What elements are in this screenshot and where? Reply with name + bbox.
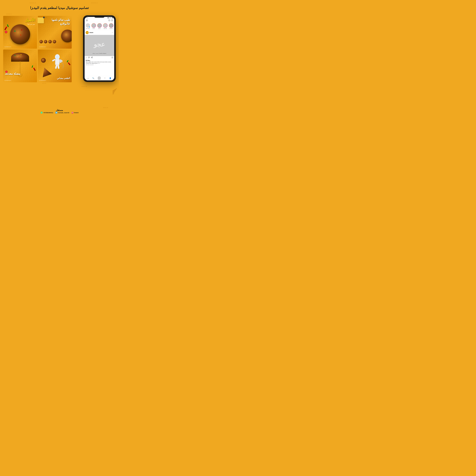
story-item-your-story[interactable]: + Your Story [85, 23, 90, 29]
story-item-sitamet[interactable]: Sit Amet [109, 23, 114, 29]
story-item-dolor[interactable]: Dolor Sit [103, 23, 108, 29]
svg-text:عجو: عجو [93, 41, 105, 48]
mustaqil-text: مستقل [56, 109, 63, 111]
post-4-title: الطعم مضاني [57, 77, 70, 80]
signal-icon: ▌▌▌ [108, 17, 109, 18]
phone-mockup: 04:29 ▌▌▌ WiFi ▐▌ + [83, 15, 116, 82]
instagram-header: + [85, 18, 114, 22]
post-header: 5H 5hdm5 ··· [85, 30, 114, 35]
whatsapp-number: +972592464012 [43, 112, 53, 114]
svg-rect-14 [57, 64, 60, 69]
caption-username: User_name [86, 61, 91, 63]
astronaut-svg [51, 51, 64, 71]
page-title: تصاميم سوشيال ميديا لمطعم يقدم البيتـزا [22, 6, 97, 10]
post-1-title: الأصيل [25, 18, 35, 22]
story-item-lorem[interactable]: Lorem [91, 23, 96, 29]
post-1-sub: يمن من عنـا [28, 23, 35, 25]
status-time: 04:29 [86, 17, 88, 18]
caption-more[interactable]: more... [98, 63, 101, 64]
your-story-label: Your Story [86, 28, 90, 29]
story-dolor-label: Dolor Sit [104, 28, 107, 29]
share-icon[interactable] [91, 57, 93, 59]
bookmark-icon[interactable] [111, 57, 113, 59]
phone-screen: 04:29 ▌▌▌ WiFi ▐▌ + [85, 17, 114, 80]
story-sitamet-label: Sit Amet [110, 28, 113, 29]
phone-nav: ⌂ 🔍 + ♡ 👤 [85, 76, 114, 80]
post-card-1: الأصيل يمن من عنـا +972589543252 [3, 16, 37, 49]
story-lorem-label: Lorem [92, 28, 95, 29]
view-comments[interactable]: View all comments [86, 64, 113, 65]
comment-icon[interactable] [88, 57, 90, 59]
pizza-row-post2 [39, 40, 56, 43]
post-actions: ♡ [85, 56, 114, 59]
svg-rect-13 [55, 64, 58, 69]
svg-point-16 [87, 20, 87, 20]
deco-arrows-1: ►►►► ► [30, 2, 36, 4]
post-2-title: طيب تعالو نلعبهاعالـواقـع [51, 18, 70, 26]
post-card-3: مضلة معدتك +972589543252 [3, 50, 37, 82]
post-avatar: 5H [86, 31, 89, 34]
post-image-area: عجو Graphic designer | مصمم جرافيك [85, 35, 114, 56]
deco-arrows-7: ►►►► ► [91, 2, 98, 4]
tomato-1 [5, 31, 7, 33]
stripe-decoration [113, 89, 117, 98]
camera-icon[interactable] [86, 19, 88, 21]
post-3-phone: +972589543252 [4, 80, 11, 81]
svg-rect-15 [60, 60, 61, 63]
deco-arrows-5: ►► ► ► [82, 86, 87, 87]
twitter-icon [55, 112, 57, 114]
svg-rect-10 [55, 59, 59, 65]
post-more-icon[interactable]: ··· [112, 32, 113, 34]
likes-count: 218 likes [86, 60, 113, 61]
status-icons: ▌▌▌ WiFi ▐▌ [108, 17, 113, 18]
add-post-icon[interactable]: + [108, 19, 110, 21]
story-plus-icon: + [89, 26, 90, 28]
deco-arrows-6: ►►► ► [103, 107, 108, 108]
send-icon[interactable] [111, 19, 113, 21]
pizza-post1 [10, 24, 30, 44]
deco-arrows-4: ►► ► [42, 83, 46, 84]
footer-instagram[interactable]: 5hdm5 [71, 112, 78, 114]
whatsapp-icon [40, 112, 43, 114]
ig-action-icons: + [108, 19, 113, 21]
post-username: 5hdm5 [89, 32, 111, 33]
story-ipsum-label: Ipsum [98, 28, 101, 29]
nav-home-icon[interactable]: ⌂ [87, 77, 88, 79]
post-4-phone: +972592464012 [39, 80, 46, 81]
post-info: 218 likes User_name Lorem, Ipsum DolorLo… [85, 59, 114, 66]
deco-arrows-3: ►►► ► [6, 13, 12, 15]
battery-icon: ▐▌ [112, 17, 113, 18]
post-caption: User_name Lorem, Ipsum DolorLorem ipsum … [86, 61, 113, 64]
mustaqil-logo: مستقل [56, 109, 63, 112]
phone-notch [94, 15, 105, 18]
pizza-umbrella-top [11, 53, 29, 62]
like-icon[interactable]: ♡ [86, 57, 87, 59]
footer-whatsapp[interactable]: +972592464012 [40, 112, 53, 114]
popup-close-x2[interactable]: × [45, 17, 47, 18]
post-2-phone: +972589543252 [39, 46, 46, 47]
instagram-icon [71, 112, 73, 114]
nav-add-icon[interactable]: + [98, 77, 100, 80]
footer-twitter[interactable]: hamada_naser10 [55, 112, 69, 114]
designer-text: Graphic designer | مصمم جرافيك [85, 53, 114, 54]
post-card-4: الطعم مضاني +972592464012 [38, 50, 72, 82]
instagram-handle: 5hdm5 [74, 112, 78, 114]
svg-point-9 [56, 55, 59, 59]
tomato-3 [5, 71, 8, 73]
svg-rect-11 [52, 59, 55, 62]
popup-close-x[interactable]: × [43, 17, 45, 18]
story-item-ipsum[interactable]: Ipsum [97, 23, 102, 29]
post-1-phone: +972589543252 [4, 46, 11, 47]
stories-row: + Your Story Lorem Ipsum [85, 22, 114, 30]
popup-card: × × [37, 17, 44, 23]
wifi-icon: WiFi [110, 17, 111, 18]
pizza-small-post4 [41, 58, 46, 63]
nav-profile-icon[interactable]: 👤 [109, 77, 111, 79]
posts-grid: الأصيل يمن من عنـا +972589543252 [3, 16, 72, 82]
nav-search-icon[interactable]: 🔍 [92, 77, 94, 79]
nav-heart-icon[interactable]: ♡ [104, 77, 105, 79]
svg-text:5H: 5H [86, 32, 88, 33]
page-footer: +972592464012 hamada_naser10 5hdm5 [40, 112, 79, 114]
twitter-handle: hamada_naser10 [58, 112, 69, 114]
